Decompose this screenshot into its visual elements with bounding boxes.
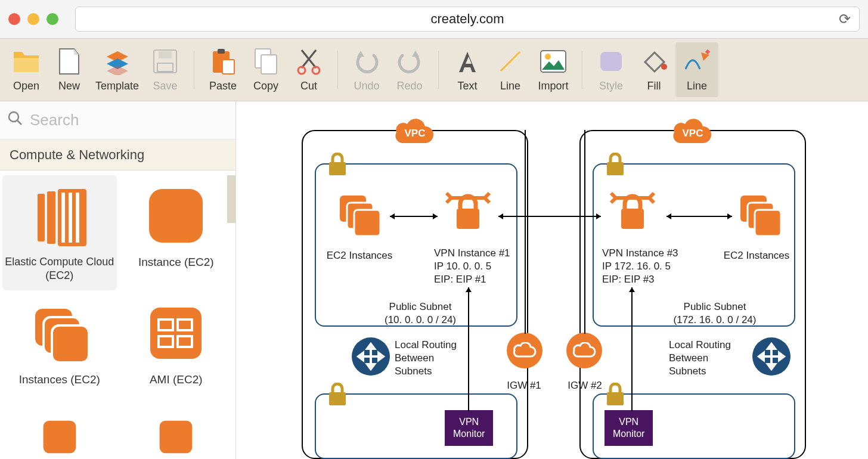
svg-point-14 — [661, 64, 667, 70]
workspace: Compute & Networking Elastic Compute Clo… — [0, 101, 868, 459]
igw-right-icon[interactable] — [566, 333, 602, 368]
line-icon — [497, 48, 524, 75]
cut-icon — [295, 48, 323, 75]
save-icon — [151, 48, 179, 75]
undo-button[interactable]: Undo — [345, 42, 388, 97]
line-label: Line — [500, 80, 520, 92]
instances-icon — [24, 297, 95, 369]
text-tool-button[interactable]: Text — [446, 42, 489, 97]
shape-item[interactable] — [2, 396, 117, 459]
category-label: Compute & Networking — [10, 147, 144, 163]
import-button[interactable]: Import — [532, 42, 575, 97]
cut-label: Cut — [300, 80, 317, 92]
maximize-window-icon[interactable] — [46, 13, 58, 25]
new-label: New — [58, 80, 80, 92]
routing-label-left: Local Routing Between Subnets — [395, 339, 466, 378]
paste-icon — [209, 48, 237, 75]
svg-rect-27 — [52, 325, 89, 362]
shape-ami[interactable]: AMI (EC2) — [119, 293, 234, 395]
copy-button[interactable]: Copy — [244, 42, 287, 97]
vpn-monitor-label: VPN Monitor — [453, 417, 485, 439]
divider — [337, 51, 338, 89]
svg-rect-1 — [159, 51, 172, 58]
lock-icon — [328, 383, 347, 409]
style-button[interactable]: Style — [590, 42, 633, 97]
router-right-icon[interactable] — [752, 337, 790, 376]
divider — [438, 51, 439, 89]
window-controls — [8, 13, 58, 25]
search-icon[interactable] — [7, 110, 23, 130]
svg-rect-36 — [329, 392, 346, 405]
template-button[interactable]: Template — [91, 42, 144, 97]
shape-item[interactable] — [119, 396, 234, 459]
ec2-cloud-icon — [24, 180, 95, 252]
vpn-left-info: VPN Instance #1 IP 10. 0. 0. 5 EIP: EIP … — [434, 247, 523, 286]
svg-rect-19 — [47, 191, 55, 244]
generic-icon — [140, 401, 212, 459]
text-label: Text — [458, 80, 478, 92]
undo-label: Undo — [354, 80, 380, 92]
fill-label: Fill — [647, 80, 661, 92]
vpn-gateway-left-icon[interactable] — [441, 191, 495, 241]
open-button[interactable]: Open — [5, 42, 48, 97]
vpn-monitor-left[interactable]: VPN Monitor — [445, 410, 493, 446]
subnet-label-left: Public Subnet (10. 0. 0. 0 / 24) — [370, 300, 471, 327]
shapes-list: Elastic Compute Cloud (EC2) Instance (EC… — [0, 170, 235, 459]
svg-line-17 — [17, 120, 21, 125]
svg-rect-46 — [607, 162, 624, 175]
vpc-badge-label: VPC — [394, 128, 436, 139]
diagram-canvas[interactable]: VPC EC2 Instances — [236, 101, 868, 459]
shape-instances[interactable]: Instances (EC2) — [2, 293, 117, 395]
svg-rect-21 — [61, 193, 65, 243]
new-button[interactable]: New — [48, 42, 91, 97]
copy-label: Copy — [253, 80, 278, 92]
scrollbar-thumb[interactable] — [227, 175, 235, 223]
search-input[interactable] — [30, 111, 228, 129]
line-style-icon — [683, 48, 711, 75]
reload-icon[interactable]: ⟳ — [839, 11, 851, 27]
ec2-instances-left-icon[interactable] — [336, 192, 384, 242]
db-icon — [24, 401, 95, 459]
svg-rect-28 — [150, 308, 202, 359]
address-bar[interactable]: creately.com ⟳ — [75, 7, 860, 32]
ami-icon — [140, 297, 212, 369]
style-label: Style — [599, 80, 623, 92]
save-button[interactable]: Save — [144, 42, 187, 97]
minimize-window-icon[interactable] — [27, 13, 39, 25]
divider — [194, 51, 194, 89]
vpn-gateway-right-icon[interactable] — [606, 191, 659, 241]
shape-elastic-compute-cloud[interactable]: Elastic Compute Cloud (EC2) — [2, 175, 117, 290]
folder-icon — [13, 48, 40, 75]
browser-chrome: creately.com ⟳ — [0, 0, 868, 39]
template-icon — [104, 48, 131, 75]
router-left-icon[interactable] — [352, 337, 390, 376]
redo-icon — [396, 48, 423, 75]
fill-button[interactable]: Fill — [633, 42, 675, 97]
ec2-instances-right-icon[interactable] — [737, 192, 785, 242]
line-style-button[interactable]: Line — [675, 42, 718, 97]
undo-icon — [353, 48, 380, 75]
shape-instance[interactable]: Instance (EC2) — [119, 175, 234, 290]
line-style-label: Line — [687, 80, 707, 92]
cut-button[interactable]: Cut — [287, 42, 330, 97]
line-tool-button[interactable]: Line — [489, 42, 532, 97]
toolbar: Open New Template Save Paste — [0, 39, 868, 101]
svg-rect-24 — [149, 189, 203, 243]
svg-rect-5 — [222, 60, 234, 74]
svg-rect-51 — [755, 210, 781, 236]
subnet-label-right: Public Subnet (172. 16. 0. 0 / 24) — [664, 300, 765, 327]
import-icon — [540, 48, 567, 75]
vpn-monitor-right[interactable]: VPN Monitor — [604, 410, 653, 446]
category-header[interactable]: Compute & Networking — [0, 139, 235, 170]
redo-button[interactable]: Redo — [388, 42, 431, 97]
svg-rect-34 — [160, 421, 193, 454]
svg-rect-33 — [43, 421, 76, 454]
routing-label-right: Local Routing Between Subnets — [669, 339, 740, 378]
close-window-icon[interactable] — [8, 13, 20, 25]
text-icon — [454, 48, 481, 75]
igw-left-icon[interactable] — [507, 333, 542, 368]
svg-rect-2 — [157, 63, 173, 72]
paste-button[interactable]: Paste — [202, 42, 244, 97]
vpn-ip: IP 10. 0. 0. 5 — [434, 260, 523, 273]
svg-rect-35 — [329, 162, 346, 175]
